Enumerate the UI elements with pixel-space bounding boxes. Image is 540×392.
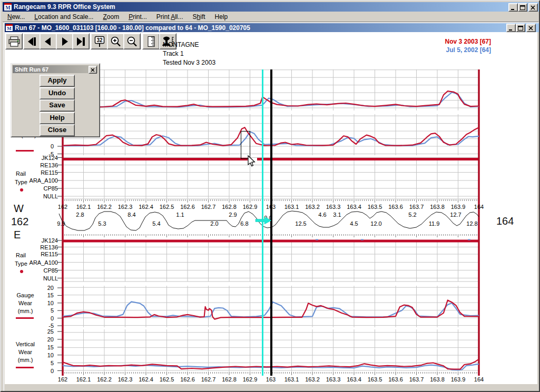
rail-type-label: ARA_A100 [25,259,58,266]
child-restore-icon[interactable] [516,24,525,32]
skip-forward-button[interactable] [72,33,90,49]
y-tick-label: 20 [36,336,54,343]
rail-type-caption: Rail [16,170,26,177]
ruler-icon [144,36,158,47]
step-back-icon [42,36,55,47]
milepost-tick-label: 163 [259,376,282,383]
curvature-value: 8.4 [124,212,140,218]
rail-type-label: NULL [25,275,58,282]
milepost-tick-label: 163.7 [405,376,428,383]
step-forward-button[interactable] [56,33,73,49]
gauge-wear-label: (mm.) [14,308,37,314]
menu-item-shift[interactable]: Shift [188,12,210,22]
child-title-bar: M Run 67 - MO_1600_031103 [160.00 - 180.… [5,23,539,32]
milepost-tick-label: 164 [467,204,490,210]
y-tick-label: 15 [36,344,54,350]
skip-back-button[interactable] [23,33,41,49]
menu-item-help[interactable]: Help [210,12,233,22]
curvature-value: 11.9 [426,220,442,227]
y-tick-label: 0 [36,368,54,374]
zoom-in-button[interactable] [107,33,124,49]
menu-item-zoom[interactable]: Zoom [98,12,124,22]
scale-sign-button[interactable]: 32 [91,33,108,49]
track-name: Track 1 [163,50,184,57]
milepost-tick-label: 163.5 [364,204,387,210]
y-tick-label: 5 [36,360,54,366]
milepost-tick-label: 162.3 [114,204,137,210]
milepost-tick-label: 163.6 [384,204,407,210]
main-title-bar: M Rangecam 9.3 RPR Office System [3,2,540,12]
curvature-value: 12.7 [448,212,464,218]
y-tick-label: 0 [36,143,54,149]
save-button[interactable]: Save [40,99,75,112]
milepost-tick-label: 163.1 [280,376,303,383]
maximize-icon[interactable] [518,3,527,12]
dialog-close-icon[interactable] [89,66,97,74]
compare-run-date: Jul 5, 2002 [64] [407,46,491,54]
menu-item-print---[interactable]: Print... [124,12,152,22]
rail-type-label: RE136 [25,244,58,250]
rail-type-label: RE115 [25,251,58,257]
child-window-title: Run 67 - MO_1600_031103 [160.00 - 180.00… [15,24,250,32]
vertical-wear-label: Wear [13,349,38,355]
menu-item-new---[interactable]: New... [3,12,30,22]
tested-date: Tested Nov 3 2003 [163,59,215,66]
application-window: M Rangecam 9.3 RPR Office System New...L… [0,0,540,392]
y-tick-label: 0 [36,315,54,321]
shift-dialog-title-bar[interactable]: Shift Run 67 [13,65,98,73]
child-close-icon[interactable] [526,24,536,32]
help-button[interactable]: Help [40,112,75,124]
curvature-value: 3.1 [329,212,345,218]
y-tick-label: 20 [36,285,54,291]
rail-type-label: RE136 [25,162,58,168]
milepost-tick-label: 162.5 [155,376,179,383]
shift-origin-line[interactable] [262,69,263,376]
undo-button[interactable]: Undo [40,87,75,99]
rail-type-caption: Type [15,179,27,185]
curvature-value: 2.9 [225,212,241,218]
milepost-tick-label: 162 [51,376,74,383]
app-icon: M [4,3,12,11]
rail-type-caption: Type [15,260,27,267]
close-icon[interactable] [528,3,538,12]
milepost-tick-label: 162.1 [72,376,95,383]
rail-type-label: CP85 [25,267,58,274]
shift-dialog-title: Shift Run 67 [15,66,48,73]
milepost-tick-label: 162.6 [176,376,199,383]
apply-button[interactable]: Apply [40,75,75,87]
milepost-tick-label: 162.4 [134,376,158,383]
milepost-tick-label: 164 [467,376,490,383]
step-forward-icon [58,36,72,47]
milepost-tick-label: 163.8 [426,204,449,210]
menu-item-print-all---[interactable]: Print All... [152,12,188,22]
milepost-tick-label: 163.2 [301,204,324,210]
curvature-value: 1.1 [172,212,188,218]
milepost-tick-label: 163.4 [342,376,366,383]
menu-item-location-and-scale---[interactable]: Location and Scale... [30,12,98,22]
milepost-tick-label: 162 [51,204,74,210]
step-back-button[interactable] [40,33,57,49]
shift-target-line[interactable] [270,69,272,376]
rail-type-legend-dot [20,188,23,192]
curvature-value: 5.3 [94,220,110,227]
milepost-tick-label: 162.8 [218,376,241,383]
current-run-date: Nov 3 2003 [67] [407,38,491,45]
print-button[interactable] [5,33,23,49]
close-button[interactable]: Close [40,124,75,136]
svg-text:M: M [7,26,12,31]
milepost-tick-label: 162.7 [197,204,220,210]
y-tick-label: 15 [36,292,54,298]
curvature-value: 2.0 [207,220,222,227]
rail-type-label: JK124 [25,237,58,244]
milepost-tick-label: 162.8 [218,204,241,210]
milepost-tick-label: 162.6 [176,204,199,210]
main-window-title: Rangecam 9.3 RPR Office System [14,3,115,11]
milepost-tick-label: 163.2 [301,376,324,383]
current-run-legend-line [16,150,34,152]
curvature-value: 5.2 [405,212,420,218]
ruler-button[interactable] [142,33,160,49]
zoom-out-button[interactable] [123,33,141,49]
menu-bar: New...Location and Scale...ZoomPrint...P… [3,12,538,22]
milepost-tick-label: 163.9 [447,376,470,383]
milepost-tick-label: 163.7 [405,204,428,210]
